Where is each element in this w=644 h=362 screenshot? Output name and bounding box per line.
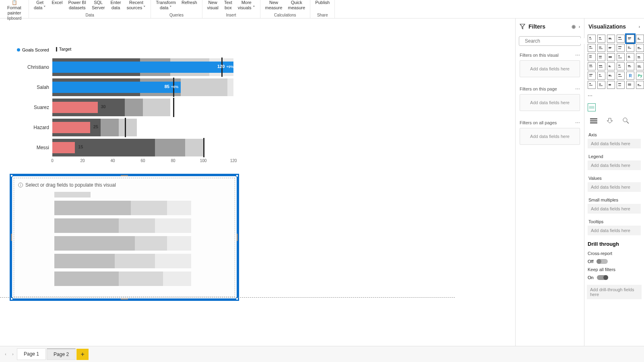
axis-tick: 40: [110, 158, 115, 163]
svg-rect-60: [599, 84, 601, 84]
svg-rect-23: [628, 48, 631, 49]
field-well-dropzone[interactable]: Add data fields here: [588, 204, 641, 214]
collapse-icon[interactable]: ›: [579, 25, 580, 29]
chart-legend: Goals Scored Target: [12, 47, 237, 52]
viz-filled-map-icon[interactable]: [597, 62, 605, 70]
viz-decomposition-icon[interactable]: [597, 81, 605, 89]
ribbon-button[interactable]: Power BIdatasets: [68, 0, 86, 10]
field-well-dropzone[interactable]: Add data fields here: [588, 160, 641, 170]
more-icon[interactable]: ⋯: [575, 52, 580, 58]
viz-power-apps-icon[interactable]: [636, 81, 644, 89]
viz-multi-card-icon[interactable]: [636, 62, 644, 70]
page-tab[interactable]: Page 2: [47, 348, 76, 360]
field-well-dropzone[interactable]: Add data fields here: [588, 182, 641, 192]
collapse-icon[interactable]: ›: [639, 25, 640, 29]
viz-clustered-column-icon[interactable]: [617, 35, 625, 43]
svg-rect-36: [638, 56, 640, 57]
ribbon-button[interactable]: Newvisual: [207, 0, 219, 10]
ribbon-button[interactable]: SQLServer: [92, 0, 105, 10]
bar-category-label: Salah: [12, 84, 52, 90]
tab-next[interactable]: ›: [10, 349, 16, 360]
viz-map-icon[interactable]: [588, 62, 596, 70]
fields-tab[interactable]: [588, 116, 599, 125]
viz-donut-icon[interactable]: [626, 53, 634, 61]
viz-narrative-icon[interactable]: [617, 81, 625, 89]
filter-dropzone[interactable]: Add data fields here: [520, 94, 580, 111]
bar-category-label: Messi: [12, 145, 52, 150]
viz-area-icon[interactable]: [597, 44, 605, 52]
svg-point-74: [623, 118, 627, 122]
viz-ribbon-icon[interactable]: [636, 44, 644, 52]
keep-filters-toggle[interactable]: [597, 275, 608, 280]
bar-value-label: 85+6%: [165, 84, 179, 89]
analytics-tab[interactable]: [621, 116, 631, 125]
viz-slicer-icon[interactable]: [597, 72, 605, 80]
viz-kpi-icon[interactable]: [588, 72, 596, 80]
viz-qa-icon[interactable]: [607, 81, 615, 89]
page-tab[interactable]: Page 1: [17, 348, 46, 360]
viz-stacked-area-icon[interactable]: [607, 44, 615, 52]
viz-scatter-icon[interactable]: [607, 53, 615, 61]
viz-py-visual-icon[interactable]: Py: [636, 72, 644, 80]
ribbon-button[interactable]: Textbox: [224, 0, 232, 10]
page-tabs: ‹ › Page 1Page 2 +: [0, 346, 644, 362]
format-painter-button[interactable]: 📋 Format painter: [5, 0, 24, 16]
svg-rect-50: [589, 74, 592, 75]
viz-card-icon[interactable]: [626, 62, 634, 70]
bullet-chart-visual[interactable]: Goals Scored Target Christiano 120+9% Sa…: [12, 47, 237, 165]
empty-visual-selected[interactable]: i Select or drag fields to populate this…: [10, 174, 239, 301]
viz-clustered-bar-icon[interactable]: [597, 35, 605, 43]
viz-line-clustered-icon[interactable]: [626, 44, 634, 52]
viz-r-visual-icon[interactable]: R: [626, 72, 634, 80]
visibility-icon[interactable]: ◉: [572, 24, 576, 29]
add-page-button[interactable]: +: [76, 349, 89, 360]
more-icon[interactable]: ⋯: [575, 86, 580, 92]
more-icon[interactable]: ⋯: [575, 120, 580, 125]
ribbon-button[interactable]: Excel: [52, 0, 62, 5]
ribbon-button[interactable]: Morevisuals ˅: [238, 0, 255, 10]
ribbon-button[interactable]: Transformdata ˅: [156, 0, 176, 10]
filter-dropzone[interactable]: Add data fields here: [520, 128, 580, 145]
report-canvas[interactable]: Goals Scored Target Christiano 120+9% Sa…: [0, 19, 515, 346]
viz-clustered-bar-100-icon[interactable]: [636, 35, 644, 43]
svg-rect-22: [628, 47, 630, 47]
field-well-dropzone[interactable]: Add data fields here: [588, 139, 641, 148]
axis-tick: 100: [200, 158, 207, 163]
ribbon-button[interactable]: Refresh: [182, 0, 197, 5]
viz-matrix-icon[interactable]: [617, 72, 625, 80]
svg-rect-56: [618, 74, 621, 75]
ribbon-button[interactable]: Recentsources ˅: [127, 0, 146, 10]
svg-rect-35: [628, 57, 630, 58]
svg-rect-61: [599, 85, 603, 86]
search-input[interactable]: [519, 36, 581, 46]
legend-label: Goals Scored: [22, 47, 49, 52]
format-tab[interactable]: [605, 116, 615, 125]
filter-dropzone[interactable]: Add data fields here: [520, 60, 580, 77]
tab-prev[interactable]: ‹: [2, 349, 9, 360]
viz-line-stacked-icon[interactable]: [617, 44, 625, 52]
viz-treemap-icon[interactable]: [636, 53, 644, 61]
drill-through-dropzone[interactable]: Add drill-through fields here: [587, 285, 642, 299]
viz-waterfall-icon[interactable]: [588, 53, 596, 61]
viz-azure-map-icon[interactable]: [607, 62, 615, 70]
viz-line-icon[interactable]: [588, 44, 596, 52]
viz-gauge-icon[interactable]: [617, 62, 625, 70]
field-well-dropzone[interactable]: Add data fields here: [588, 226, 641, 235]
viz-table-icon[interactable]: [607, 72, 615, 80]
ribbon-button[interactable]: Quickmeasure: [288, 0, 305, 10]
viz-funnel-icon[interactable]: [597, 53, 605, 61]
viz-key-influencers-icon[interactable]: [588, 81, 596, 89]
viz-paginated-icon[interactable]: [626, 81, 634, 89]
keep-filters-label: Keep all filters: [587, 265, 642, 274]
values-icon[interactable]: [588, 103, 596, 111]
ribbon-button[interactable]: Newmeasure: [265, 0, 283, 10]
ribbon-button[interactable]: Getdata ˅: [34, 0, 46, 10]
cross-report-toggle[interactable]: [597, 259, 608, 264]
viz-stacked-column-icon[interactable]: [607, 35, 615, 43]
viz-stacked-bar-icon[interactable]: [588, 35, 596, 43]
ribbon-button[interactable]: Enterdata: [110, 0, 121, 10]
svg-rect-43: [609, 66, 611, 67]
ribbon-button[interactable]: Publish: [315, 0, 330, 5]
viz-pie-icon[interactable]: [617, 53, 625, 61]
viz-stacked-bar-100-icon[interactable]: [626, 35, 634, 43]
